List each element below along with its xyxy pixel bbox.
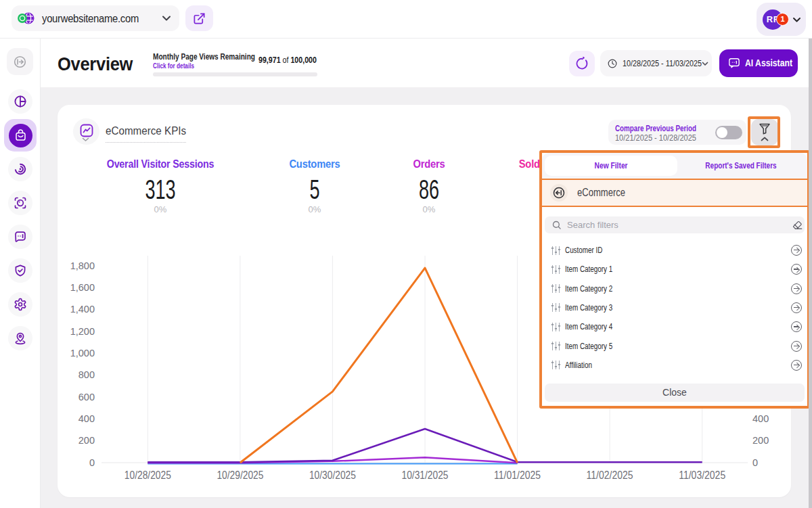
svg-text:400: 400 [78, 413, 95, 424]
svg-text:800: 800 [78, 369, 95, 380]
svg-text:10/29/2025: 10/29/2025 [217, 469, 263, 481]
svg-text:11/01/2025: 11/01/2025 [494, 469, 541, 481]
svg-text:0: 0 [89, 457, 95, 468]
svg-text:11/03/2025: 11/03/2025 [679, 469, 725, 481]
svg-text:11/02/2025: 11/02/2025 [587, 469, 633, 481]
svg-text:200: 200 [78, 435, 95, 446]
svg-text:10/31/2025: 10/31/2025 [402, 469, 449, 481]
svg-text:1,800: 1,800 [70, 260, 95, 271]
svg-text:1,400: 1,400 [70, 304, 95, 315]
svg-text:0: 0 [752, 457, 758, 468]
svg-text:1,000: 1,000 [70, 348, 95, 359]
svg-text:1,200: 1,200 [70, 326, 95, 337]
svg-text:400: 400 [752, 413, 769, 424]
svg-text:10/28/2025: 10/28/2025 [125, 469, 171, 481]
svg-text:1,600: 1,600 [70, 282, 95, 293]
svg-text:200: 200 [752, 435, 769, 446]
svg-text:600: 600 [78, 392, 95, 402]
svg-text:10/30/2025: 10/30/2025 [309, 469, 356, 481]
